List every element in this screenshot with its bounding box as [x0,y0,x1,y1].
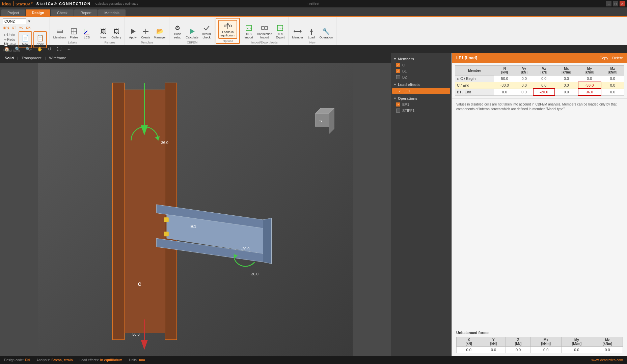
svg-marker-13 [226,23,229,25]
tree-stiff1[interactable]: STIFF1 [391,108,452,114]
xls-import-button[interactable]: XLS XLSImport [243,23,255,40]
loads-in-equilibrium-button[interactable]: Loads inequilibrium [218,20,237,39]
fit-button[interactable]: ⛶ [56,46,63,52]
tree-member-b1[interactable]: B1 [391,68,452,74]
members-button[interactable]: Members [52,26,67,40]
status-analysis: Analysis: Stress, strain [36,358,73,362]
col-mz: Mz[kNm] [601,66,624,75]
maximize-button[interactable]: □ [613,1,618,6]
tag-mc[interactable]: MC [18,26,24,30]
new-load-label: Load [308,36,315,39]
member-b1-checkbox[interactable] [396,69,400,73]
le1-delete-button[interactable]: Delete [612,56,623,60]
ribbon-group-import-export: XLS XLSImport ConnectionImport XLS XLSEx… [241,17,289,45]
design-code-value: EN [25,358,30,362]
new-member-button[interactable]: Member [291,26,304,40]
members-header[interactable]: ▼ Members [391,56,452,62]
connection-import-button[interactable]: ConnectionImport [255,23,274,40]
lcs-button[interactable]: LCS [81,26,93,40]
tab-materials[interactable]: Materials [98,9,126,16]
apply-button[interactable]: Apply [127,26,139,40]
gallery-button[interactable]: 🖼 Gallery [110,26,122,40]
cell-b1-end-vy[interactable]: 0.0 [515,89,533,95]
cell-b1-end-mx[interactable]: 0.0 [555,89,578,95]
tree-member-b2[interactable]: B2 [391,74,452,80]
tab-project[interactable]: Project [1,9,25,16]
minimize-button[interactable]: – [606,1,611,6]
tag-dr[interactable]: DR [26,26,31,30]
cell-c-begin-n[interactable]: 50.0 [494,75,515,82]
tag-eps[interactable]: EPS [3,26,10,30]
cell-c-begin-vz[interactable]: 0.0 [533,75,555,82]
connection-selector[interactable]: ▼ [3,18,47,24]
cell-b1-end-n[interactable]: 0.0 [494,89,515,95]
back-button[interactable]: ← [65,46,73,52]
le1-copy-button[interactable]: Copy [600,56,608,60]
cell-c-end-n[interactable]: -30.0 [494,82,515,89]
cell-c-begin-mx[interactable]: 0.0 [555,75,578,82]
zoom-out-button[interactable]: 🔍- [24,46,33,52]
undo-icon: ↩ [4,33,6,37]
redo-button[interactable]: ↪ Redo [3,37,17,42]
unbalanced-forces: Unbalanced forces X[kN] Y[kN] Z[kN] Mx[k… [452,328,627,356]
cell-c-begin-vy[interactable]: 0.0 [515,75,533,82]
new-operation-button[interactable]: 🔧 Operation [318,26,334,40]
zoom-in-button[interactable]: 🔍 [13,46,22,52]
load-effects-header[interactable]: ▼ Load effects [391,82,452,88]
cell-c-end-my[interactable]: -36.0 [578,82,601,89]
tab-design[interactable]: Design [26,9,50,16]
member-c-checkbox[interactable] [396,63,400,67]
cell-b1-end-mz[interactable]: 0.0 [601,89,624,95]
tree-ep1[interactable]: EP1 [391,101,452,108]
cell-c-end-mz[interactable]: 0.0 [601,82,624,89]
manager-button[interactable]: 📂 Manager [153,26,167,40]
ribbon: ▼ EPS ST MC DR ↩ Undo ↪ Redo 💾 Save [0,17,627,45]
calculate-button[interactable]: Calculate [184,26,200,40]
le1-checkbox[interactable] [398,89,402,93]
view-transparent-button[interactable]: Transparent [20,55,44,61]
window-controls[interactable]: – □ ✕ [606,1,625,6]
stiff1-label: STIFF1 [402,109,415,113]
ep1-checkbox[interactable] [396,102,400,107]
tree-member-c[interactable]: C [391,62,452,68]
tab-report[interactable]: Report [74,9,98,16]
connection-name-input[interactable] [3,18,26,24]
rotate-button[interactable]: ↺ [47,46,53,52]
create-button[interactable]: Create [140,26,152,40]
new-picture-button[interactable]: 🖼 New [97,26,109,40]
new-operation-icon: 🔧 [321,27,331,36]
cell-c-end-vy[interactable]: 0.0 [515,82,533,89]
tree-le1[interactable]: LE1 [392,88,450,94]
copy-icon: 📋 [35,33,45,43]
home-button[interactable]: 🏠 [3,46,11,52]
brand-link[interactable]: www.ideastatica.com [592,358,623,362]
code-setup-button[interactable]: ⚙ Codesetup [171,23,184,40]
cell-c-begin-my[interactable]: 0.0 [578,75,601,82]
cell-c-end-vz[interactable]: 0.0 [533,82,555,89]
stiff1-checkbox[interactable] [396,109,400,113]
plates-button[interactable]: Plates [68,26,80,40]
overall-check-button[interactable]: Overallcheck [200,23,213,40]
viewport[interactable]: Solid | Transparent | Wireframe [0,53,391,356]
operations-header[interactable]: ▼ Operations [391,95,452,101]
new-load-button[interactable]: Load [305,26,318,40]
gallery-label: Gallery [111,36,121,39]
xls-export-button[interactable]: XLS XLSExport [274,23,286,40]
cell-c-begin-mz[interactable]: 0.0 [601,75,624,82]
tab-check[interactable]: Check [51,9,74,16]
view-wireframe-button[interactable]: Wireframe [47,55,69,61]
member-b2-checkbox[interactable] [396,75,400,79]
cell-c-begin-member: ▶ C / Begin [455,75,494,82]
pan-button[interactable]: ✋ [36,46,44,52]
close-button[interactable]: ✕ [620,1,625,6]
col-vy: Vy[kN] [515,66,533,75]
cell-b1-end-my[interactable]: 36.0 [578,89,601,95]
options-group-label: Options [223,39,233,43]
view-solid-button[interactable]: Solid [3,55,16,61]
cell-b1-end-vz[interactable]: -20.0 [533,89,555,95]
undo-button[interactable]: ↩ Undo [3,33,17,37]
connection-dropdown-icon[interactable]: ▼ [27,19,31,23]
cell-c-end-mx[interactable]: 0.0 [555,82,578,89]
tag-st[interactable]: ST [11,26,17,30]
expand-c-button[interactable]: ▶ [457,77,459,81]
